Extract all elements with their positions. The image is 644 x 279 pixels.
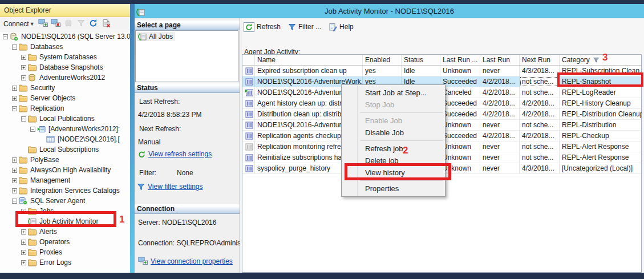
select-a-page-header: Select a page bbox=[135, 21, 240, 30]
cell-category: REPL-History Cleanup bbox=[560, 98, 642, 108]
expander-minus-icon[interactable]: − bbox=[3, 34, 8, 39]
cell-last_run: 4/2/2018... bbox=[480, 98, 520, 108]
column-header-enabled[interactable]: Enabled bbox=[363, 55, 402, 65]
expander-minus-icon[interactable]: − bbox=[12, 199, 17, 204]
tree-item-label: Local Subscriptions bbox=[39, 145, 99, 153]
grid-header-icon-cell[interactable] bbox=[242, 55, 255, 65]
last-refresh-label: Last Refresh: bbox=[139, 98, 180, 106]
expander-plus-icon[interactable]: + bbox=[21, 229, 26, 234]
tree-item-server-objects[interactable]: +Server Objects bbox=[0, 93, 130, 103]
menu-item-refresh-job[interactable]: Refresh job bbox=[342, 143, 444, 155]
tree-item-integration-services-catalogs[interactable]: +Integration Services Catalogs bbox=[0, 185, 130, 196]
expander-plus-icon[interactable]: + bbox=[21, 55, 26, 60]
expander-plus-icon[interactable]: + bbox=[12, 157, 17, 163]
expander-plus-icon[interactable]: + bbox=[12, 178, 17, 183]
tree-item-database-snapshots[interactable]: +Database Snapshots bbox=[0, 62, 130, 72]
connect-button-label: Connect bbox=[3, 20, 29, 28]
expander-plus-icon[interactable]: + bbox=[12, 168, 17, 173]
tree-item-polybase[interactable]: +PolyBase bbox=[0, 155, 130, 165]
tree-item-error-logs[interactable]: +Error Logs bbox=[0, 257, 130, 268]
folder-icon bbox=[28, 115, 37, 123]
expander-plus-icon[interactable]: + bbox=[12, 188, 17, 193]
expander-plus-icon[interactable]: + bbox=[21, 65, 26, 70]
tree-item-security[interactable]: +Security bbox=[0, 83, 130, 93]
tree-item-adventureworks2012[interactable]: +AdventureWorks2012 bbox=[0, 72, 130, 83]
job-row-expired-subscription-clean-up[interactable]: Expired subscription clean upyesIdleUnkn… bbox=[242, 66, 641, 76]
expander-plus-icon[interactable]: + bbox=[21, 240, 26, 245]
tree-item-local-publications[interactable]: −Local Publications bbox=[0, 114, 130, 124]
menu-item-start-job-at-step[interactable]: Start Job at Step... bbox=[342, 87, 444, 99]
tree-item-sql-server-agent[interactable]: −SQL Server Agent bbox=[0, 196, 130, 206]
menu-item-disable-job[interactable]: Disable Job bbox=[342, 127, 444, 139]
expander-plus-icon[interactable]: + bbox=[21, 209, 26, 214]
expander-minus-icon[interactable]: − bbox=[30, 127, 35, 132]
toolbar-button-label: Filter ... bbox=[298, 23, 321, 31]
column-header-next-run[interactable]: Next Run bbox=[520, 55, 560, 65]
tree-item-job-activity-monitor[interactable]: Job Activity Monitor bbox=[0, 216, 130, 227]
tree-item-node1-sql2016-sql-server-13-0-1[interactable]: −NODE1\SQL2016 (SQL Server 13.0.1 bbox=[0, 31, 130, 42]
view-filter-settings-link[interactable]: View filter settings bbox=[137, 183, 203, 191]
tree-item-label: [NODE2\SQL2016].[ bbox=[58, 135, 120, 143]
tree-item-node2-sql2016[interactable]: [NODE2\SQL2016].[ bbox=[0, 134, 130, 144]
column-header-name[interactable]: Name bbox=[255, 55, 363, 65]
expander-plus-icon[interactable]: + bbox=[12, 96, 17, 101]
folder-icon bbox=[19, 156, 28, 164]
expander-plus-icon[interactable]: + bbox=[12, 86, 17, 91]
refresh-blue-icon bbox=[89, 19, 98, 29]
tree-item-alwayson-high-availability[interactable]: +AlwaysOn High Availability bbox=[0, 165, 130, 175]
folder-icon bbox=[28, 145, 37, 154]
disconnect-button[interactable] bbox=[51, 19, 61, 29]
filter-applied-icon[interactable] bbox=[593, 56, 599, 64]
cell-category: REPL-Distribution Cleanup bbox=[560, 109, 642, 119]
tree-item-label: AdventureWorks2012 bbox=[39, 74, 105, 82]
cell-last_run: 4/2/2018... bbox=[480, 87, 520, 98]
filter-button[interactable]: Filter ... bbox=[288, 23, 321, 31]
jam-icon bbox=[138, 33, 147, 41]
connect-button[interactable]: Connect ▼ bbox=[3, 20, 35, 28]
column-header-status[interactable]: Status bbox=[402, 55, 440, 65]
page-item-all-jobs[interactable]: All Jobs bbox=[137, 32, 175, 41]
expander-minus-icon[interactable]: − bbox=[12, 45, 17, 50]
connect-button[interactable] bbox=[38, 19, 48, 29]
expander-minus-icon[interactable]: − bbox=[21, 116, 26, 122]
tree-item-label: NODE1\SQL2016 (SQL Server 13.0.1 bbox=[21, 33, 130, 41]
expander-plus-icon[interactable]: + bbox=[21, 250, 26, 255]
folder-icon bbox=[19, 84, 28, 92]
tree-item-proxies[interactable]: +Proxies bbox=[0, 247, 130, 257]
refresh-blue-button[interactable] bbox=[88, 19, 99, 29]
refresh-button[interactable]: Refresh bbox=[244, 22, 281, 32]
folder-icon bbox=[28, 63, 37, 72]
menu-item-enable-job: Enable Job bbox=[342, 115, 444, 127]
job-icon bbox=[242, 109, 255, 119]
tree-item-jobs[interactable]: +Jobs bbox=[0, 206, 130, 216]
column-header-last-run[interactable]: Last Run ... bbox=[440, 55, 480, 65]
tree-item-databases[interactable]: −Databases bbox=[0, 42, 130, 52]
tree-item-adventureworks2012[interactable]: −[AdventureWorks2012]: bbox=[0, 124, 130, 134]
view-connection-properties-link[interactable]: View connection properties bbox=[138, 257, 233, 265]
tree-item-alerts[interactable]: +Alerts bbox=[0, 227, 130, 237]
column-header-label: Status bbox=[404, 56, 423, 64]
folder-icon bbox=[19, 187, 28, 195]
column-header-last-run[interactable]: Last Run bbox=[480, 55, 520, 65]
view-refresh-settings-link[interactable]: View refresh settings bbox=[138, 150, 212, 158]
tree-item-replication[interactable]: −Replication bbox=[0, 103, 130, 114]
tree-item-management[interactable]: +Management bbox=[0, 175, 130, 185]
help-button[interactable]: Help bbox=[329, 23, 354, 31]
tree-item-label: System Databases bbox=[39, 53, 97, 61]
menu-item-delete-job[interactable]: Delete job bbox=[342, 155, 444, 167]
column-header-category[interactable]: Category bbox=[560, 55, 642, 65]
menu-separator bbox=[360, 112, 443, 113]
tree-item-operators[interactable]: +Operators bbox=[0, 237, 130, 247]
script-error-button[interactable] bbox=[101, 19, 111, 29]
menu-item-view-history[interactable]: View history bbox=[342, 167, 444, 179]
tree-item-system-databases[interactable]: +System Databases bbox=[0, 52, 130, 62]
expander-minus-icon[interactable]: − bbox=[12, 106, 17, 111]
expander-plus-icon[interactable]: + bbox=[21, 75, 26, 80]
expander-plus-icon[interactable]: + bbox=[21, 260, 26, 265]
menu-item-properties[interactable]: Properties bbox=[342, 183, 444, 195]
tree-item-local-subscriptions[interactable]: Local Subscriptions bbox=[0, 144, 130, 155]
dialog-title: Job Activity Monitor - NODE1\SQL2016 bbox=[325, 7, 454, 15]
cell-next_run: 4/3/2018... bbox=[520, 163, 560, 173]
page-list: All Jobs bbox=[135, 30, 238, 82]
menu-separator bbox=[360, 180, 443, 181]
